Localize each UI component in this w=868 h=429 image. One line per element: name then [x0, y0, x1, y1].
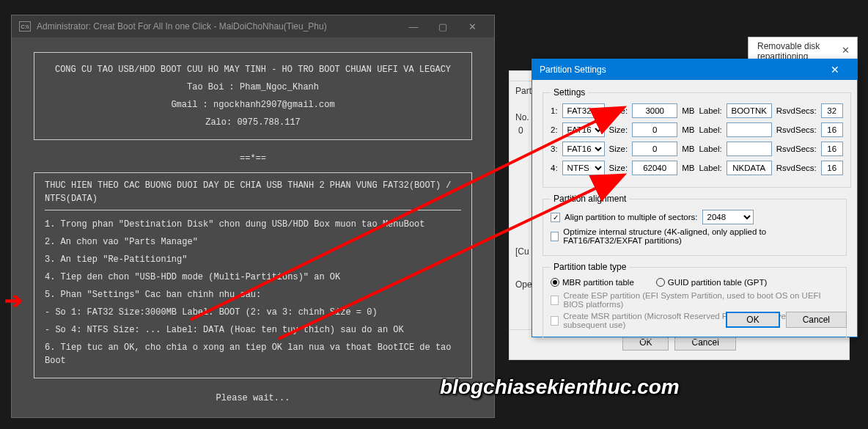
cmd-step: 6. Tiep tuc an OK, cho chia o xong an ti… — [45, 341, 461, 367]
fs-select-3[interactable]: FAT16 — [562, 142, 605, 156]
cmd-title: Administrator: Creat Boot For All In one… — [37, 21, 399, 32]
size-label: Size: — [609, 125, 628, 134]
size-input-4[interactable] — [632, 161, 677, 175]
rsvd-label: RsvdSecs: — [776, 125, 817, 134]
cmd-body: CONG CU TAO USB/HDD BOOT CUU HO MAY TINH… — [12, 37, 494, 419]
cmd-header-box: CONG CU TAO USB/HDD BOOT CUU HO MAY TINH… — [34, 52, 472, 140]
strip-text: 0 — [518, 125, 523, 136]
cmd-separator: ==*== — [34, 147, 472, 172]
bg-left-strip: Partitio No. 0 [Cu Ope — [509, 81, 534, 330]
cmd-wait-text: Please wait... — [34, 392, 472, 405]
cmd-step: - So 4: NTFS Size: ... Label: DATA (Hoac… — [45, 323, 461, 337]
row-index: 4: — [551, 164, 558, 172]
close-icon[interactable]: ✕ — [842, 45, 850, 56]
table-type-legend: Partition table type — [551, 262, 629, 272]
label-label: Label: — [699, 144, 721, 153]
mb-label: MB — [682, 106, 694, 115]
size-input-2[interactable] — [632, 122, 677, 137]
row-index: 2: — [551, 125, 558, 134]
fs-select-4[interactable]: NTFS — [562, 161, 605, 175]
rsvd-input-1[interactable] — [821, 103, 843, 118]
cmd-step: - So 1: FAT32 Size:3000MB Label: BOOT (2… — [45, 306, 461, 319]
fs-select-2[interactable]: FAT16 — [562, 122, 605, 137]
mb-label: MB — [682, 164, 694, 172]
mb-label: MB — [682, 125, 694, 134]
rsvd-label: RsvdSecs: — [776, 164, 817, 172]
cmd-header-line: CONG CU TAO USB/HDD BOOT CUU HO MAY TINH… — [49, 63, 457, 76]
label-label: Label: — [699, 106, 721, 115]
mb-label: MB — [682, 144, 694, 153]
alignment-group: Partition alignment ✓ Align partition to… — [542, 194, 847, 256]
table-type-group: Partition table type MBR partition table… — [542, 262, 847, 340]
dialog-titlebar: Partition Settings ✕ — [532, 59, 857, 80]
dialog-title-text: Partition Settings — [540, 65, 820, 75]
cmd-titlebar: C:\\ Administrator: Creat Boot For All I… — [12, 15, 494, 37]
partition-row-3: 3: FAT16 Size: MB Label: RsvdSecs: — [551, 142, 843, 156]
label-input-4[interactable] — [727, 161, 772, 175]
ok-button[interactable]: OK — [726, 312, 779, 328]
cmd-step: 3. An tiep "Re-Patitioning" — [45, 253, 461, 266]
fs-select-1[interactable]: FAT32 — [562, 103, 605, 118]
cmd-instr-title: THUC HIEN THEO CAC BUONG DUOI DAY DE CHI… — [45, 179, 461, 210]
cmd-instructions-box: THUC HIEN THEO CAC BUONG DUOI DAY DE CHI… — [34, 172, 472, 378]
close-icon[interactable]: ✕ — [820, 64, 850, 76]
size-label: Size: — [609, 164, 628, 172]
cmd-icon: C:\\ — [19, 21, 31, 32]
strip-text: No. — [515, 112, 529, 122]
partition-row-1: 1: FAT32 Size: MB Label: RsvdSecs: — [551, 103, 843, 118]
rsvd-label: RsvdSecs: — [776, 106, 817, 115]
esp-label: Create ESP partition (EFI System Partiti… — [563, 291, 839, 309]
align-checkbox[interactable]: ✓ — [551, 213, 560, 222]
cmd-step: 2. An chon vao "Parts Manage" — [45, 235, 461, 249]
cmd-step: 5. Phan "Settings" Cac ban chinh nhu sau… — [45, 288, 461, 301]
cmd-step: 4. Tiep den chon "USB-HDD mode (Multi-Pa… — [45, 271, 461, 284]
strip-text: Ope — [515, 279, 532, 290]
gpt-radio[interactable] — [656, 278, 665, 287]
cmd-header-line: Zalo: 0975.788.117 — [49, 116, 457, 129]
partition-settings-dialog: Partition Settings ✕ Settings 1: FAT32 S… — [532, 59, 858, 337]
size-input-1[interactable] — [632, 103, 677, 118]
label-input-1[interactable] — [727, 103, 772, 118]
close-button[interactable]: ✕ — [457, 15, 487, 37]
label-label: Label: — [699, 125, 721, 134]
size-input-3[interactable] — [632, 142, 677, 156]
row-index: 3: — [551, 144, 558, 153]
align-check-label: Align partition to multiple of sectors: — [564, 213, 698, 221]
cancel-button[interactable]: Cancel — [786, 312, 847, 328]
optimize-checkbox[interactable] — [551, 232, 559, 241]
partition-row-2: 2: FAT16 Size: MB Label: RsvdSecs: — [551, 122, 843, 137]
size-label: Size: — [609, 106, 628, 115]
label-input-2[interactable] — [727, 122, 772, 137]
gpt-radio-label: GUID partition table (GPT) — [668, 278, 767, 287]
settings-group: Settings 1: FAT32 Size: MB Label: RsvdSe… — [542, 87, 851, 188]
cmd-window: C:\\ Administrator: Creat Boot For All I… — [11, 15, 495, 418]
msr-checkbox — [551, 316, 559, 326]
annotation-arrow-icon: ➔ — [4, 290, 23, 312]
esp-checkbox — [551, 296, 559, 305]
rsvd-input-3[interactable] — [821, 142, 843, 156]
optimize-check-label: Optimize internal structure (4K-aligned,… — [563, 227, 839, 245]
align-select[interactable]: 2048 — [702, 210, 754, 224]
cmd-step: 1. Trong phan "Destination Disk" chon du… — [45, 218, 461, 231]
maximize-button[interactable]: ▢ — [428, 15, 457, 37]
size-label: Size: — [609, 144, 628, 153]
rsvd-input-4[interactable] — [821, 161, 843, 175]
label-input-3[interactable] — [727, 142, 772, 156]
label-label: Label: — [699, 164, 721, 172]
partition-row-4: 4: NTFS Size: MB Label: RsvdSecs: — [551, 161, 843, 175]
mbr-radio-label: MBR partition table — [562, 278, 634, 287]
alignment-legend: Partition alignment — [551, 194, 629, 204]
settings-legend: Settings — [551, 87, 588, 98]
cmd-header-line: Gmail : ngockhanh2907@gmail.com — [49, 98, 457, 111]
strip-text: [Cu — [515, 246, 529, 257]
rsvd-label: RsvdSecs: — [776, 144, 817, 153]
minimize-button[interactable]: — — [399, 15, 428, 37]
mbr-radio[interactable] — [551, 278, 559, 287]
row-index: 1: — [551, 106, 558, 115]
cmd-header-line: Tao Boi : Pham_Ngoc_Khanh — [49, 81, 457, 94]
rsvd-input-2[interactable] — [821, 122, 843, 137]
watermark-text: blogchiasekienthuc.com — [440, 375, 680, 399]
